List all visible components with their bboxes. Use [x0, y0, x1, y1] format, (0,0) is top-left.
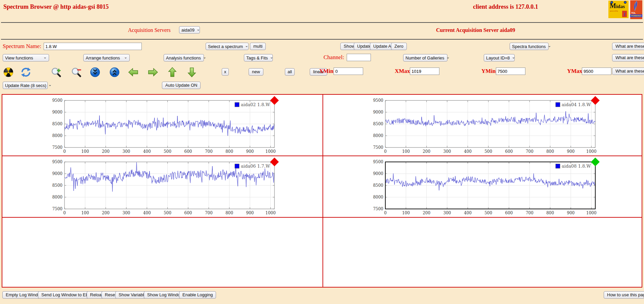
svg-text:8500: 8500: [373, 122, 383, 126]
svg-text:800: 800: [225, 149, 233, 154]
layout-id-select[interactable]: Layout ID=8 ⌄: [484, 54, 515, 61]
acquisition-servers-label: Acquisition Servers: [128, 27, 171, 33]
refresh-icon[interactable]: [19, 66, 32, 79]
svg-text:700: 700: [525, 211, 533, 215]
what-are-these-button[interactable]: What are these?: [612, 68, 644, 75]
svg-text:8500: 8500: [373, 183, 383, 188]
svg-text:7500: 7500: [52, 145, 62, 150]
tags-and-fits-select[interactable]: Tags & Fits ⌄: [244, 54, 273, 61]
svg-text:500: 500: [164, 149, 171, 154]
midas-logo[interactable]: Midas powered by ʃ: [608, 1, 629, 18]
number-of-galleries-select[interactable]: Number of Galleries ⌄: [403, 54, 447, 61]
acquisition-row: Acquisition Servers aida09 ⌄ Current Acq…: [0, 23, 644, 39]
chevron-down-icon: ⌄: [548, 43, 551, 48]
acquisition-server-select[interactable]: aida09 ⌄: [179, 26, 200, 34]
spectrum-row: Spectrum Name: Select a spectrum ⌄ multi…: [0, 40, 644, 53]
new-button[interactable]: new: [249, 68, 263, 76]
selected-value: Analysis functions: [166, 55, 201, 60]
zoom-in-icon[interactable]: [50, 66, 62, 79]
footer: Last Updated: March 09, 2022 17:05:33: [0, 300, 644, 304]
tcl-powered-logo[interactable]: TCL POWERED: [630, 0, 642, 19]
svg-text:1000: 1000: [586, 149, 597, 154]
scroll-up-icon[interactable]: [108, 66, 121, 79]
chevron-down-icon: ⌄: [446, 55, 450, 59]
xmin-label: XMin: [319, 68, 334, 75]
svg-text:400: 400: [143, 211, 151, 215]
multi-button[interactable]: multi: [250, 43, 266, 50]
chevron-down-icon: ⌄: [124, 55, 127, 59]
arrow-left-icon[interactable]: [127, 66, 140, 79]
zoom-out-icon[interactable]: [70, 66, 83, 79]
svg-text:300: 300: [123, 211, 130, 215]
svg-text:1000: 1000: [265, 211, 276, 215]
svg-text:8500: 8500: [52, 122, 62, 126]
what-are-these-button[interactable]: What are these?: [612, 54, 644, 61]
svg-text:600: 600: [184, 149, 192, 154]
how-to-use-this-page-button[interactable]: How to use this page: [604, 291, 644, 299]
channel-input[interactable]: [347, 54, 371, 61]
ymax-input[interactable]: [582, 68, 611, 75]
view-functions-select[interactable]: View functions ⌄: [3, 54, 49, 61]
spectrum-name-label: Spectrum Name:: [3, 43, 41, 50]
ymin-label: YMin: [481, 68, 496, 75]
arrange-functions-select[interactable]: Arrange functions ⌄: [83, 54, 130, 61]
gallery-cell: 7500800085009000950001002003004005006007…: [2, 156, 323, 217]
svg-text:700: 700: [205, 211, 213, 215]
x-button[interactable]: x: [222, 68, 229, 76]
update-rate-select[interactable]: Update Rate (8 secs) ⌄: [3, 82, 48, 89]
spectra-functions-select[interactable]: Spectra functions ⌄: [510, 43, 549, 50]
selected-value: Arrange functions: [86, 55, 120, 60]
svg-text:9500: 9500: [52, 98, 62, 103]
spectrum-chart-aida08[interactable]: 7500800085009000950001002003004005006007…: [369, 159, 642, 217]
arrow-right-icon[interactable]: [146, 66, 159, 79]
svg-text:8000: 8000: [373, 195, 383, 200]
enable-logging-button[interactable]: Enable Logging: [179, 291, 216, 299]
svg-text:8000: 8000: [373, 133, 383, 138]
midas-tcl-chip-icon: ʃ: [622, 11, 627, 17]
gallery-grid: 7500800085009000950001002003004005006007…: [2, 94, 642, 288]
selected-value: Layout ID=8: [486, 55, 510, 60]
all-button[interactable]: all: [285, 68, 295, 76]
spectrum-name-input[interactable]: [44, 43, 142, 50]
arrow-down-icon[interactable]: [185, 66, 198, 79]
svg-text:9500: 9500: [373, 98, 383, 103]
ymin-input[interactable]: [496, 68, 525, 75]
arrow-up-icon[interactable]: [166, 66, 179, 79]
analysis-functions-select[interactable]: Analysis functions ⌄: [164, 54, 204, 61]
svg-text:9000: 9000: [373, 171, 383, 176]
selected-value: Spectra functions: [512, 44, 546, 49]
svg-text:8000: 8000: [52, 195, 62, 200]
midas-logo-text: Midas: [610, 3, 629, 9]
svg-text:800: 800: [546, 149, 554, 154]
gallery-cell: 7500800085009000950001002003004005006007…: [323, 156, 642, 217]
svg-text:aida06 1.7.W: aida06 1.7.W: [241, 164, 270, 169]
svg-text:9000: 9000: [52, 171, 62, 176]
last-updated-text: Last Updated: March 09, 2022 17:05:33: [538, 303, 640, 304]
svg-text:aida02 1.8.W: aida02 1.8.W: [241, 102, 270, 107]
gallery-cell-empty: [2, 217, 323, 287]
spectrum-chart-aida06[interactable]: 7500800085009000950001002003004005006007…: [48, 159, 323, 217]
gallery-cell: 7500800085009000950001002003004005006007…: [323, 94, 642, 156]
svg-text:600: 600: [505, 211, 513, 215]
svg-text:200: 200: [423, 211, 430, 215]
xmin-input[interactable]: [334, 68, 363, 75]
svg-text:0: 0: [63, 211, 66, 215]
svg-text:800: 800: [546, 211, 554, 215]
spectrum-chart-aida04[interactable]: 7500800085009000950001002003004005006007…: [369, 97, 642, 156]
xmax-input[interactable]: [410, 68, 439, 75]
svg-text:700: 700: [205, 149, 213, 154]
auto-update-button[interactable]: Auto Update ON: [162, 82, 201, 89]
selected-value: Select a spectrum: [208, 44, 243, 49]
svg-text:8000: 8000: [52, 133, 62, 138]
zero-button[interactable]: Zero: [391, 43, 407, 50]
svg-text:300: 300: [443, 149, 451, 154]
svg-text:100: 100: [402, 149, 410, 154]
svg-text:0: 0: [384, 149, 387, 154]
svg-text:9000: 9000: [373, 110, 383, 115]
spectrum-chart-aida02[interactable]: 7500800085009000950001002003004005006007…: [48, 97, 323, 156]
radiation-icon[interactable]: [2, 66, 15, 79]
svg-text:500: 500: [164, 211, 171, 215]
select-a-spectrum-select[interactable]: Select a spectrum ⌄: [206, 43, 249, 50]
what-are-these-button[interactable]: What are these?: [612, 43, 644, 50]
scroll-down-icon[interactable]: [89, 66, 101, 79]
